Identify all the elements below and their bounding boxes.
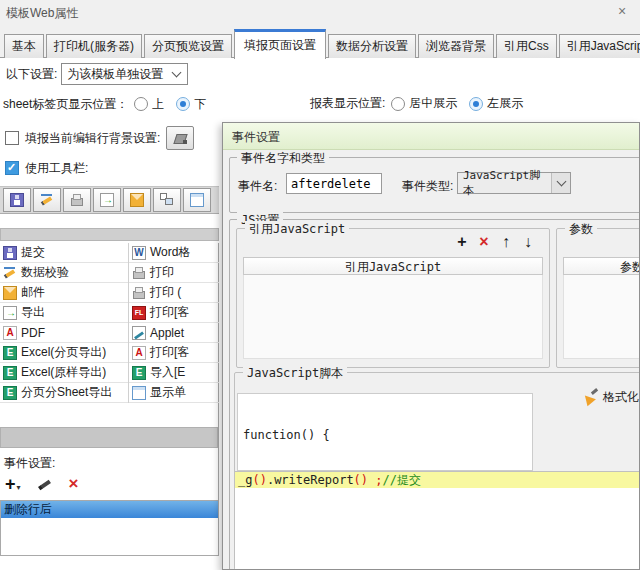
move-down-icon[interactable]: ↓ xyxy=(517,233,539,251)
list-item-label: Word格 xyxy=(150,244,190,261)
list-item[interactable]: 显示单 xyxy=(129,383,219,403)
list-item[interactable]: 邮件 xyxy=(0,283,128,303)
left-panel: 提交数据校验邮件导出PDFExcel(分页导出)Excel(原样导出)分页分Sh… xyxy=(0,243,219,556)
use-toolbar-label: 使用工具栏: xyxy=(25,160,88,177)
param-column-header[interactable]: 参数 xyxy=(563,257,640,275)
background-color-button[interactable] xyxy=(166,126,194,150)
fl-icon xyxy=(132,306,146,320)
list-item[interactable]: 提交 xyxy=(0,243,128,263)
use-toolbar-checkbox[interactable] xyxy=(5,161,19,175)
tab-引用Css[interactable]: 引用Css xyxy=(496,34,557,58)
edit-row-bg-checkbox[interactable] xyxy=(5,131,19,145)
delete-event-button[interactable]: × xyxy=(69,476,79,492)
mail-button[interactable] xyxy=(123,188,151,212)
window-button[interactable] xyxy=(183,188,211,212)
add-event-button[interactable]: + ▾ xyxy=(5,476,21,492)
list-item-label: 分页分Sheet导出 xyxy=(21,384,112,401)
window-titlebar: 模板Web属性 × xyxy=(0,0,640,24)
list-item[interactable]: 数据校验 xyxy=(0,263,128,283)
tab-bar: 基本打印机(服务器)分页预览设置填报页面设置数据分析设置浏览器背景引用Css引用… xyxy=(4,26,640,58)
code-token: () xyxy=(354,473,368,487)
tab-基本[interactable]: 基本 xyxy=(4,34,44,58)
tab-浏览器背景[interactable]: 浏览器背景 xyxy=(418,34,494,58)
save-button[interactable] xyxy=(3,188,31,212)
list-item[interactable]: 打印 xyxy=(129,263,219,283)
param-group: 参数 参数 xyxy=(556,228,640,368)
report-position-option-左展示[interactable]: 左展示 xyxy=(469,95,523,112)
add-icon[interactable]: + xyxy=(451,233,473,251)
pencil-icon xyxy=(3,266,17,280)
list-item-label: 邮件 xyxy=(21,284,45,301)
ref-javascript-legend: 引用JavaScript xyxy=(245,221,349,238)
list-item-label: 打印 ( xyxy=(150,284,181,301)
event-list-item[interactable]: 删除行后 xyxy=(1,501,218,518)
horizontal-scrollbar[interactable] xyxy=(0,427,218,448)
tab-填报页面设置[interactable]: 填报页面设置 xyxy=(234,29,326,59)
dialog-title: 事件设置 xyxy=(232,129,280,146)
mail-icon xyxy=(3,286,17,300)
excel-icon xyxy=(132,366,146,380)
report-position-option-居中展示[interactable]: 居中展示 xyxy=(391,95,457,112)
word-icon xyxy=(132,246,146,260)
list-item[interactable]: Excel(分页导出) xyxy=(0,343,128,363)
delete-x-icon[interactable]: × xyxy=(473,233,495,251)
event-name-input[interactable] xyxy=(286,173,382,194)
tab-分页预览设置[interactable]: 分页预览设置 xyxy=(144,34,232,58)
list-item[interactable]: 打印 ( xyxy=(129,283,219,303)
dialog-titlebar[interactable]: 事件设置 xyxy=(223,123,639,150)
toolbar-preview-strip xyxy=(0,186,219,214)
code-current-line[interactable]: _g().writeReport() ;//提交 xyxy=(235,472,640,488)
events-settings-label: 事件设置: xyxy=(4,455,55,472)
sheet-tab-position-option-下[interactable]: 下 xyxy=(176,96,206,113)
list-item[interactable]: Applet xyxy=(129,323,219,343)
pencil-button[interactable] xyxy=(33,188,61,212)
event-type-dropdown[interactable]: JavaScript脚本 xyxy=(457,172,571,194)
list-item[interactable]: 分页分Sheet导出 xyxy=(0,383,128,403)
tab-引用JavaScript[interactable]: 引用JavaScript xyxy=(559,34,640,58)
code-editor[interactable]: _g().writeReport() ;//提交 xyxy=(235,471,640,570)
code-token: ; xyxy=(368,473,382,487)
param-table-body[interactable] xyxy=(563,275,640,359)
list-item[interactable]: 导入[E xyxy=(129,363,219,383)
list-item[interactable]: 导出 xyxy=(0,303,128,323)
window-title: 模板Web属性 xyxy=(6,5,78,22)
ref-javascript-group: 引用JavaScript + × ↑ ↓ 引用JavaScript xyxy=(236,228,550,368)
list-item-label: 显示单 xyxy=(150,384,186,401)
print-button[interactable] xyxy=(63,188,91,212)
tree-button[interactable] xyxy=(153,188,181,212)
code-token: () xyxy=(252,473,266,487)
list-item[interactable]: PDF xyxy=(0,323,128,343)
list-item[interactable]: 打印[客 xyxy=(129,343,219,363)
ref-javascript-table-body[interactable] xyxy=(243,275,543,359)
events-toolbar: + ▾ × xyxy=(5,472,94,496)
edit-event-button[interactable] xyxy=(37,477,53,491)
list-item-label: 打印[客 xyxy=(150,344,189,361)
sheet-tab-position-option-上[interactable]: 上 xyxy=(134,96,164,113)
radio-icon xyxy=(176,97,190,111)
sheet-tab-position-option-label: 下 xyxy=(194,96,206,113)
scope-dropdown-value: 为该模板单独设置 xyxy=(67,66,163,83)
close-icon[interactable]: × xyxy=(614,3,630,19)
export-button[interactable] xyxy=(93,188,121,212)
list-item[interactable]: Word格 xyxy=(129,243,219,263)
function-header-text: function() { xyxy=(243,428,330,442)
list-item-label: 导入[E xyxy=(150,364,185,381)
format-button[interactable]: 格式化 xyxy=(583,389,639,406)
report-position-radios: 居中展示左展示 xyxy=(391,95,535,112)
chevron-down-icon xyxy=(167,65,185,83)
list-item[interactable]: 打印[客 xyxy=(129,303,219,323)
list-item[interactable]: Excel(原样导出) xyxy=(0,363,128,383)
tab-打印机(服务器)[interactable]: 打印机(服务器) xyxy=(46,34,142,58)
move-up-icon[interactable]: ↑ xyxy=(495,233,517,251)
delete-x-icon: × xyxy=(69,476,79,492)
save-icon xyxy=(10,193,24,207)
tab-数据分析设置[interactable]: 数据分析设置 xyxy=(328,34,416,58)
print-icon xyxy=(70,193,84,207)
ref-javascript-column-header[interactable]: 引用JavaScript xyxy=(243,257,543,275)
save-icon xyxy=(3,246,17,260)
list-item-label: Excel(原样导出) xyxy=(21,364,106,381)
mail-icon xyxy=(130,193,144,207)
code-token: //提交 xyxy=(383,473,421,487)
sheet-tab-position-label: sheet标签页显示位置： xyxy=(3,96,128,113)
scope-dropdown[interactable]: 为该模板单独设置 xyxy=(61,63,188,85)
